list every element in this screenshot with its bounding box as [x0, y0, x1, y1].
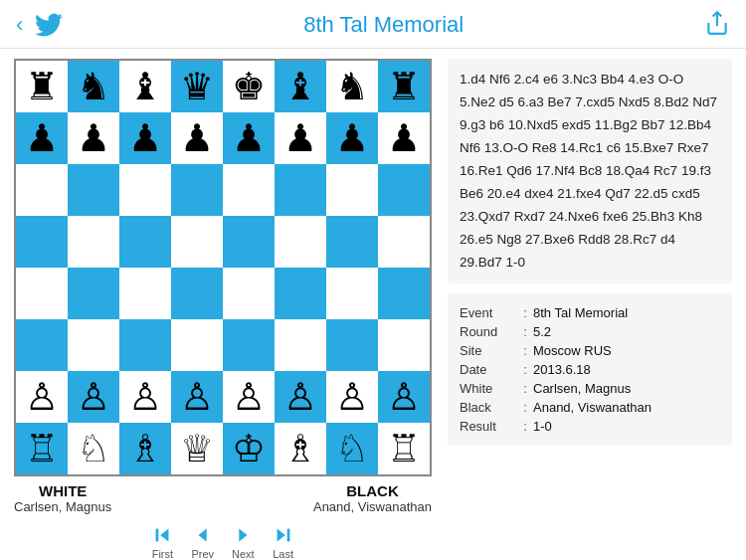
board-cell — [68, 268, 119, 319]
board-cell — [171, 216, 223, 268]
black-player-info: BLACK Anand, Viswanathan — [313, 482, 432, 514]
info-sep: : — [517, 381, 533, 396]
info-row: Result : 1-0 — [460, 417, 720, 436]
board-cell — [119, 216, 171, 268]
board-cell — [275, 164, 326, 216]
board-cell — [68, 319, 119, 371]
board-cell — [326, 319, 378, 371]
info-row: Round : 5.2 — [460, 322, 720, 341]
main-content: ♜♞♝♛♚♝♞♜♟♟♟♟♟♟♟♟♙♙♙♙♙♙♙♙♖♘♗♕♔♗♘♖ WHITE C… — [0, 49, 746, 560]
board-cell — [223, 164, 275, 216]
board-cell — [119, 268, 171, 319]
board-cell: ♙ — [275, 371, 326, 423]
info-row: Site : Moscow RUS — [460, 341, 720, 360]
board-cell — [275, 268, 326, 319]
prev-label: Prev — [191, 548, 214, 560]
board-section: ♜♞♝♛♚♝♞♜♟♟♟♟♟♟♟♟♙♙♙♙♙♙♙♙♖♘♗♕♔♗♘♖ WHITE C… — [14, 59, 432, 560]
board-cell — [326, 268, 378, 319]
black-label: BLACK — [313, 482, 432, 499]
next-button[interactable]: Next — [232, 524, 255, 560]
board-cell — [378, 319, 430, 371]
info-row: Event : 8th Tal Memorial — [460, 303, 720, 322]
svg-marker-5 — [277, 529, 284, 542]
header: ‹ 8th Tal Memorial — [0, 0, 746, 49]
board-cell: ♖ — [16, 423, 68, 474]
board-cell — [223, 268, 275, 319]
board-cell — [119, 164, 171, 216]
board-cell — [171, 268, 223, 319]
board-cell: ♞ — [68, 61, 119, 112]
svg-rect-6 — [286, 529, 289, 542]
twitter-icon[interactable] — [35, 13, 63, 37]
info-label: Event — [460, 305, 517, 320]
board-cell: ♕ — [171, 423, 223, 474]
board-cell — [16, 216, 68, 268]
info-label: Round — [460, 324, 517, 339]
board-cell — [275, 319, 326, 371]
white-player-info: WHITE Carlsen, Magnus — [14, 482, 111, 514]
prev-button[interactable]: Prev — [191, 524, 214, 560]
info-sep: : — [517, 362, 533, 377]
navigation-row: First Prev Next Last — [14, 514, 432, 560]
last-button[interactable]: Last — [273, 524, 294, 560]
info-value: Moscow RUS — [533, 343, 612, 358]
board-cell: ♝ — [275, 61, 326, 112]
back-icon[interactable]: ‹ — [16, 12, 23, 38]
board-cell — [326, 216, 378, 268]
board-cell: ♖ — [378, 423, 430, 474]
board-cell: ♙ — [16, 371, 68, 423]
board-cell: ♟ — [275, 112, 326, 164]
next-label: Next — [232, 548, 255, 560]
info-sep: : — [517, 324, 533, 339]
info-value: Carlsen, Magnus — [533, 381, 631, 396]
info-row: Date : 2013.6.18 — [460, 360, 720, 379]
board-cell — [68, 216, 119, 268]
board-cell: ♙ — [68, 371, 119, 423]
board-cell: ♙ — [378, 371, 430, 423]
board-cell: ♘ — [326, 423, 378, 474]
board-cell: ♙ — [119, 371, 171, 423]
board-cell: ♙ — [326, 371, 378, 423]
info-value: 5.2 — [533, 324, 551, 339]
header-left: ‹ — [16, 12, 63, 38]
board-cell: ♝ — [119, 61, 171, 112]
info-value: 1-0 — [533, 419, 552, 434]
svg-marker-1 — [161, 529, 169, 542]
board-cell: ♚ — [223, 61, 275, 112]
board-cell — [378, 268, 430, 319]
board-cell: ♜ — [378, 61, 430, 112]
game-info: Event : 8th Tal Memorial Round : 5.2 Sit… — [448, 293, 732, 446]
board-cell — [223, 319, 275, 371]
board-cell — [119, 319, 171, 371]
share-icon[interactable] — [704, 10, 730, 36]
header-right — [704, 10, 730, 40]
info-sep: : — [517, 343, 533, 358]
info-value: 8th Tal Memorial — [533, 305, 628, 320]
info-sep: : — [517, 400, 533, 415]
board-cell: ♟ — [171, 112, 223, 164]
board-cell — [378, 164, 430, 216]
board-cell: ♟ — [326, 112, 378, 164]
first-label: First — [152, 548, 173, 560]
first-button[interactable]: First — [151, 524, 173, 560]
svg-rect-2 — [156, 529, 159, 542]
svg-marker-3 — [198, 529, 206, 542]
info-label: Date — [460, 362, 517, 377]
chess-board: ♜♞♝♛♚♝♞♜♟♟♟♟♟♟♟♟♙♙♙♙♙♙♙♙♖♘♗♕♔♗♘♖ — [14, 59, 432, 476]
board-cell: ♜ — [16, 61, 68, 112]
right-panel: 1.d4 Nf6 2.c4 e6 3.Nc3 Bb4 4.e3 O-O 5.Ne… — [448, 59, 732, 560]
info-row: Black : Anand, Viswanathan — [460, 398, 720, 417]
board-cell: ♘ — [68, 423, 119, 474]
board-cell: ♙ — [171, 371, 223, 423]
white-name: Carlsen, Magnus — [14, 499, 111, 514]
board-cell — [171, 164, 223, 216]
info-row: White : Carlsen, Magnus — [460, 379, 720, 398]
last-label: Last — [273, 548, 293, 560]
board-cell: ♙ — [223, 371, 275, 423]
info-sep: : — [517, 305, 533, 320]
board-cell: ♔ — [223, 423, 275, 474]
white-label: WHITE — [14, 482, 111, 499]
board-cell: ♗ — [275, 423, 326, 474]
board-cell: ♟ — [223, 112, 275, 164]
svg-marker-4 — [240, 529, 248, 542]
